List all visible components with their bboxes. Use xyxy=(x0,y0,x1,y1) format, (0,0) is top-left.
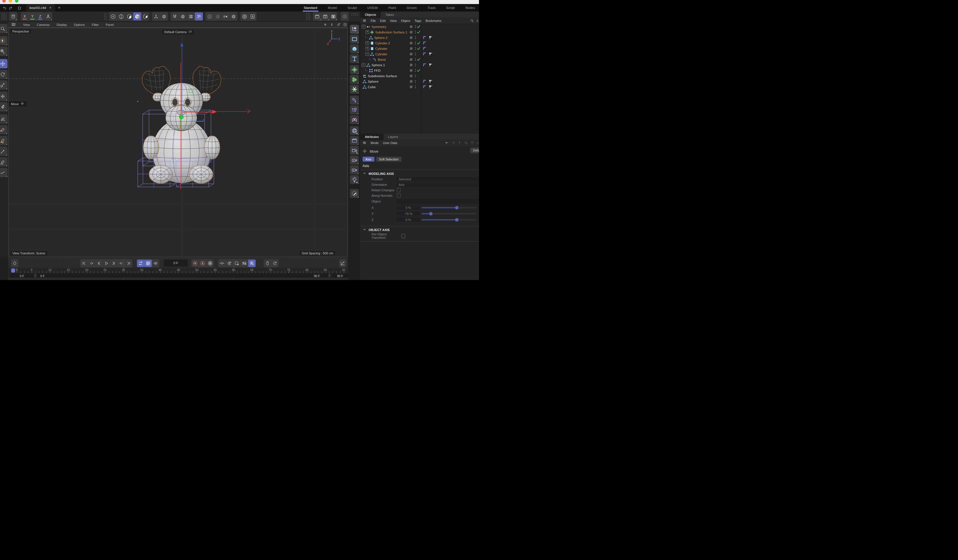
show-fcurves-button[interactable] xyxy=(339,259,346,267)
live-select-button[interactable] xyxy=(0,36,8,45)
mirror-button[interactable] xyxy=(221,13,229,21)
rotate-tool-button[interactable] xyxy=(0,70,8,79)
visibility-dots[interactable] xyxy=(414,35,417,40)
key-toggles-button[interactable] xyxy=(241,259,248,267)
viewport-canvas[interactable]: .antl{fill:#262626;stroke:#b06a28;stroke… xyxy=(8,28,348,257)
create-cube-button[interactable] xyxy=(350,44,359,53)
magnifier-button[interactable] xyxy=(0,24,8,33)
layout-tab-groom[interactable]: Groom xyxy=(407,4,417,11)
texture-tag[interactable] xyxy=(429,79,433,83)
speaker-button[interactable] xyxy=(152,259,159,267)
zoom-window-button[interactable] xyxy=(15,0,19,3)
object-row-cylinder-2[interactable]: + Cylinder.2 xyxy=(360,40,479,46)
toolbar-grip[interactable] xyxy=(104,13,107,20)
phong-tag[interactable] xyxy=(423,85,427,89)
layer-toggle[interactable] xyxy=(409,29,413,35)
expand-icon[interactable]: + xyxy=(365,41,369,45)
pan-view-icon[interactable] xyxy=(324,23,327,27)
undo-button[interactable] xyxy=(1,5,8,11)
layer-toggle[interactable] xyxy=(409,51,413,57)
collapse-icon[interactable]: − xyxy=(362,63,365,67)
prev-key-button[interactable] xyxy=(87,259,95,267)
filter-icon[interactable] xyxy=(470,141,474,145)
viewport-menu-icon[interactable] xyxy=(11,22,16,28)
visibility-dots[interactable] xyxy=(414,84,417,90)
select-gear-button[interactable] xyxy=(0,47,8,56)
phong-tag[interactable] xyxy=(423,47,427,51)
texture-tag[interactable] xyxy=(429,63,433,67)
layout-tab-script[interactable]: Script xyxy=(446,4,455,11)
attr-menu-mode[interactable]: Mode xyxy=(371,141,379,145)
close-window-button[interactable] xyxy=(2,0,6,3)
om-menu-edit[interactable]: Edit xyxy=(380,19,385,22)
layer-toggle[interactable] xyxy=(409,68,413,73)
object-row-subdivision-surface[interactable]: Subdivision Surface xyxy=(360,73,479,79)
layout-tab-standard[interactable]: Standard xyxy=(304,4,317,11)
range-slider[interactable]: 0 F 90 F xyxy=(37,274,328,278)
next-frame-button[interactable] xyxy=(110,259,117,267)
attr-tab-layers[interactable]: Layers xyxy=(384,134,403,140)
toolbar-grip[interactable] xyxy=(1,13,6,20)
gear-button[interactable] xyxy=(214,13,222,21)
key-rot-button[interactable] xyxy=(226,259,233,267)
zoom-view-icon[interactable] xyxy=(330,23,334,27)
object-row-cylinder[interactable]: + Cylinder xyxy=(360,46,479,51)
minimize-window-button[interactable] xyxy=(9,0,12,3)
panel-grip[interactable] xyxy=(351,13,358,16)
create-text-button[interactable] xyxy=(350,54,359,63)
keyframe-diamond-button[interactable] xyxy=(11,259,19,267)
viewport-menu-display[interactable]: Display xyxy=(57,23,67,27)
axis-lock-x[interactable]: X xyxy=(21,13,29,21)
phong-tag[interactable] xyxy=(423,41,427,45)
layout-palette-button[interactable] xyxy=(9,13,17,21)
toolbar-grip[interactable] xyxy=(306,13,310,20)
layout-tab-paint[interactable]: Paint xyxy=(389,4,396,11)
create-instance-button[interactable] xyxy=(350,106,359,114)
create-symmetry-s-button[interactable] xyxy=(350,115,359,124)
layer-toggle[interactable] xyxy=(409,40,413,46)
object-row-cylinder[interactable]: − Cylinder xyxy=(360,51,479,57)
om-menu-bookmarks[interactable]: Bookmarks xyxy=(425,19,441,22)
enabled-check-icon[interactable] xyxy=(417,29,420,35)
object-row-symmetry[interactable]: − Symmetry xyxy=(360,24,479,29)
create-subdiv-button[interactable] xyxy=(350,65,359,74)
object-row-ffd[interactable]: FFD xyxy=(360,68,479,73)
pen3-button[interactable] xyxy=(0,136,8,145)
next-key-button[interactable] xyxy=(117,259,125,267)
interactive-render-region-button[interactable] xyxy=(341,13,349,21)
scale-tool-button[interactable] xyxy=(0,81,8,90)
om-menu-view[interactable]: View xyxy=(390,19,397,22)
enabled-check-icon[interactable] xyxy=(417,57,420,62)
create-stage-button[interactable] xyxy=(350,136,359,145)
annotate-button[interactable] xyxy=(249,13,257,21)
z-value-field[interactable]: 0 % xyxy=(396,217,420,222)
create-camera-play-button[interactable] xyxy=(350,165,359,174)
mouse-button[interactable] xyxy=(264,259,271,267)
per-object-transform-checkbox[interactable] xyxy=(401,234,405,238)
object-row-cube[interactable]: Cube xyxy=(360,84,479,90)
preview-start-field[interactable]: 0 F xyxy=(10,274,34,278)
modeling-axis-header[interactable]: MODELING AXIS xyxy=(363,171,479,176)
squiggle-button[interactable] xyxy=(0,168,8,177)
pen2-button[interactable] xyxy=(0,125,8,134)
create-poly-pencil-button[interactable] xyxy=(350,189,359,198)
option-tab-axis[interactable]: Axis xyxy=(363,157,374,161)
y-value-field[interactable]: -76 % xyxy=(396,212,420,216)
skip-start-button[interactable] xyxy=(80,259,87,267)
viewport-menu-panel[interactable]: Panel xyxy=(106,23,114,27)
grid-lock-button[interactable] xyxy=(195,13,203,21)
grid-button[interactable] xyxy=(187,13,195,21)
move-tool-button[interactable] xyxy=(0,59,8,68)
home-button[interactable] xyxy=(16,5,22,11)
visibility-dots[interactable] xyxy=(414,73,417,79)
tweak2-button[interactable] xyxy=(0,102,8,111)
om-menu-tags[interactable]: Tags xyxy=(414,19,421,22)
layout-tab-sculpt[interactable]: Sculpt xyxy=(347,4,357,11)
create-rect-button[interactable] xyxy=(350,35,359,43)
phong-tag[interactable] xyxy=(423,79,427,83)
viewport-menu-cameras[interactable]: Cameras xyxy=(37,23,50,27)
orbit-view-icon[interactable] xyxy=(336,23,340,27)
enabled-check-icon[interactable] xyxy=(417,24,420,29)
layer-toggle[interactable] xyxy=(409,46,413,51)
pen-button[interactable] xyxy=(0,114,8,123)
